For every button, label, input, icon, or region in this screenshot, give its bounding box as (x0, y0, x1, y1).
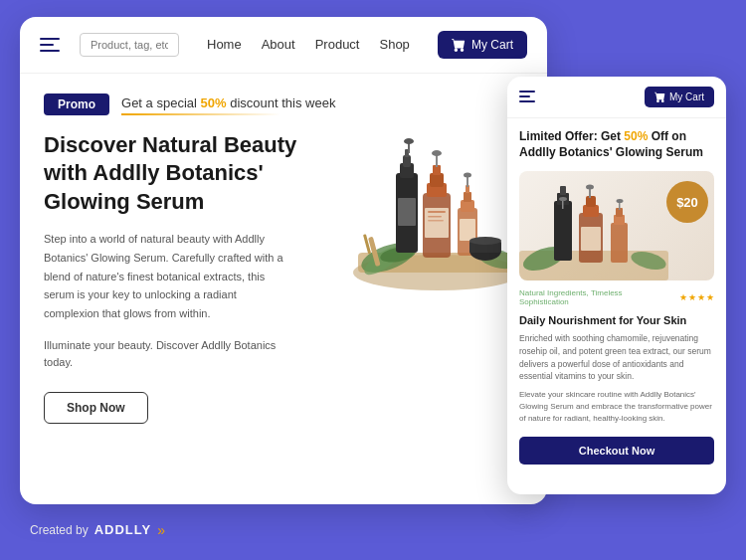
svg-rect-25 (464, 192, 471, 202)
mobile-cart-button[interactable]: My Cart (645, 87, 714, 107)
promo-badge: Promo (44, 93, 109, 115)
hero-subtext: Illuminate your beauty. Discover Addlly … (44, 337, 282, 372)
nav-about[interactable]: About (262, 37, 295, 52)
svg-rect-29 (460, 219, 475, 241)
mobile-body-text-1: Enriched with soothing chamomile, rejuve… (519, 332, 714, 383)
mobile-offer-title: Limited Offer: Get 50% Off on Addlly Bot… (519, 128, 714, 162)
svg-rect-49 (611, 223, 628, 263)
cart-icon (452, 38, 466, 52)
mobile-product-area: $20 (519, 171, 714, 280)
svg-rect-48 (581, 227, 601, 251)
price-badge: $20 (666, 181, 708, 223)
star-2: ★ (688, 292, 696, 302)
tag-text: Natural Ingredients, Timeless Sophistica… (519, 288, 673, 306)
hero-section: Promo Get a special 50% discount this we… (20, 74, 547, 462)
svg-rect-38 (554, 201, 572, 261)
star-4: ★ (706, 292, 714, 302)
footer-credit: Created by ADDLLY » (30, 522, 165, 538)
svg-rect-15 (430, 173, 444, 187)
mobile-product-image (519, 171, 668, 280)
svg-point-47 (586, 185, 594, 190)
svg-point-32 (469, 237, 501, 245)
outer-wrapper: Home About Product Shop My Cart Promo Ge… (20, 17, 726, 544)
svg-point-18 (432, 150, 442, 156)
footer-created-by: Created by (30, 523, 89, 537)
main-navbar: Home About Product Shop My Cart (20, 17, 547, 74)
svg-point-53 (617, 199, 624, 203)
svg-point-28 (464, 172, 471, 177)
svg-point-42 (559, 197, 567, 201)
hamburger-icon[interactable] (40, 31, 68, 59)
svg-rect-22 (428, 220, 444, 222)
nav-shop[interactable]: Shop (379, 37, 409, 52)
nav-home[interactable]: Home (207, 37, 242, 52)
shop-now-button[interactable]: Shop Now (44, 392, 148, 424)
cart-button[interactable]: My Cart (438, 31, 527, 59)
footer-arrow-icon: » (157, 522, 165, 538)
svg-rect-21 (428, 216, 442, 218)
promo-message: Get a special 50% discount this week (121, 93, 335, 115)
mobile-body-text-2: Elevate your skincare routine with Addll… (519, 389, 714, 425)
star-1: ★ (679, 292, 687, 302)
svg-rect-12 (398, 198, 416, 226)
mobile-cart-icon (654, 92, 665, 102)
search-input[interactable] (80, 33, 179, 57)
checkout-button[interactable]: Checkout Now (519, 437, 714, 465)
hero-description: Step into a world of natural beauty with… (44, 230, 292, 322)
mobile-content: Limited Offer: Get 50% Off on Addlly Bot… (507, 118, 726, 475)
mobile-card: My Cart Limited Offer: Get 50% Off on Ad… (507, 77, 726, 494)
nav-product[interactable]: Product (315, 37, 360, 52)
footer-brand: ADDLLY (94, 522, 152, 537)
hero-headline: Discover Natural Beauty with Addlly Bota… (44, 131, 302, 217)
nav-links: Home About Product Shop (207, 37, 426, 52)
svg-rect-20 (428, 211, 446, 213)
star-3: ★ (697, 292, 705, 302)
svg-point-11 (404, 138, 414, 144)
mobile-section-subtitle: Daily Nourishment for Your Skin (519, 314, 714, 326)
mobile-navbar: My Cart (507, 77, 726, 118)
svg-rect-40 (560, 186, 566, 195)
mobile-stars: ★ ★ ★ ★ (679, 292, 714, 302)
mobile-tags: Natural Ingredients, Timeless Sophistica… (519, 288, 714, 306)
promo-text-combined: Get a special 50% discount this week (121, 95, 335, 110)
mobile-hamburger-icon[interactable] (519, 91, 535, 102)
main-card: Home About Product Shop My Cart Promo Ge… (20, 17, 547, 504)
